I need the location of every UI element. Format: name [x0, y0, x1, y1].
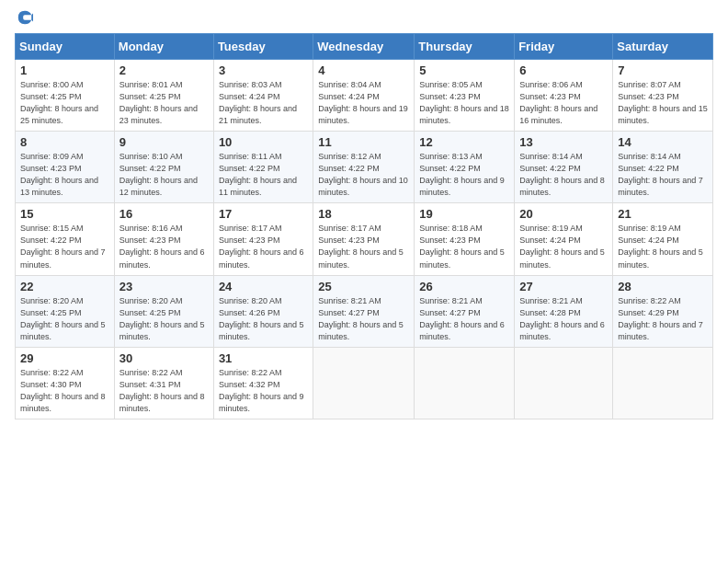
col-header-thursday: Thursday [415, 34, 515, 60]
day-cell: 18 Sunrise: 8:17 AMSunset: 4:23 PMDaylig… [313, 203, 415, 275]
day-number: 22 [20, 280, 109, 293]
day-cell: 5 Sunrise: 8:05 AMSunset: 4:23 PMDayligh… [415, 60, 515, 132]
day-cell: 23 Sunrise: 8:20 AMSunset: 4:25 PMDaylig… [114, 275, 213, 347]
day-number: 27 [519, 280, 608, 293]
week-row-5: 29 Sunrise: 8:22 AMSunset: 4:30 PMDaylig… [16, 347, 713, 419]
page-header [15, 9, 713, 26]
day-cell: 31 Sunrise: 8:22 AMSunset: 4:32 PMDaylig… [213, 347, 313, 419]
day-number: 5 [419, 63, 509, 77]
day-detail: Sunrise: 8:12 AMSunset: 4:22 PMDaylight:… [318, 152, 408, 197]
day-number: 28 [618, 280, 708, 293]
day-detail: Sunrise: 8:11 AMSunset: 4:22 PMDaylight:… [219, 152, 297, 197]
week-row-4: 22 Sunrise: 8:20 AMSunset: 4:25 PMDaylig… [16, 275, 713, 347]
day-number: 19 [419, 207, 509, 221]
logo [15, 9, 35, 26]
day-number: 10 [219, 135, 308, 149]
day-cell: 9 Sunrise: 8:10 AMSunset: 4:22 PMDayligh… [114, 132, 213, 203]
day-cell: 11 Sunrise: 8:12 AMSunset: 4:22 PMDaylig… [313, 132, 415, 203]
col-header-friday: Friday [515, 34, 613, 60]
day-cell: 16 Sunrise: 8:16 AMSunset: 4:23 PMDaylig… [114, 203, 213, 275]
col-header-saturday: Saturday [613, 34, 713, 60]
day-detail: Sunrise: 8:17 AMSunset: 4:23 PMDaylight:… [318, 224, 404, 269]
day-number: 16 [119, 207, 209, 221]
day-cell: 27 Sunrise: 8:21 AMSunset: 4:28 PMDaylig… [515, 275, 613, 347]
day-cell: 28 Sunrise: 8:22 AMSunset: 4:29 PMDaylig… [613, 275, 713, 347]
day-cell: 25 Sunrise: 8:21 AMSunset: 4:27 PMDaylig… [313, 275, 415, 347]
day-detail: Sunrise: 8:15 AMSunset: 4:22 PMDaylight:… [20, 224, 106, 269]
day-number: 3 [219, 63, 308, 77]
day-detail: Sunrise: 8:21 AMSunset: 4:27 PMDaylight:… [318, 296, 404, 341]
day-detail: Sunrise: 8:14 AMSunset: 4:22 PMDaylight:… [618, 152, 703, 197]
day-detail: Sunrise: 8:17 AMSunset: 4:23 PMDaylight:… [219, 224, 304, 269]
day-cell: 6 Sunrise: 8:06 AMSunset: 4:23 PMDayligh… [515, 60, 613, 132]
day-detail: Sunrise: 8:22 AMSunset: 4:31 PMDaylight:… [119, 368, 205, 413]
day-detail: Sunrise: 8:04 AMSunset: 4:24 PMDaylight:… [318, 80, 408, 125]
day-detail: Sunrise: 8:19 AMSunset: 4:24 PMDaylight:… [519, 224, 605, 269]
day-cell [313, 347, 415, 419]
day-cell: 2 Sunrise: 8:01 AMSunset: 4:25 PMDayligh… [114, 60, 213, 132]
day-cell: 1 Sunrise: 8:00 AMSunset: 4:25 PMDayligh… [16, 60, 115, 132]
day-number: 26 [419, 280, 509, 293]
day-number: 1 [20, 63, 109, 77]
day-cell [415, 347, 515, 419]
col-header-tuesday: Tuesday [213, 34, 313, 60]
day-cell: 14 Sunrise: 8:14 AMSunset: 4:22 PMDaylig… [613, 132, 713, 203]
week-row-1: 1 Sunrise: 8:00 AMSunset: 4:25 PMDayligh… [16, 60, 713, 132]
day-detail: Sunrise: 8:20 AMSunset: 4:26 PMDaylight:… [219, 296, 304, 341]
day-number: 21 [618, 207, 708, 221]
calendar-page: SundayMondayTuesdayWednesdayThursdayFrid… [0, 0, 728, 563]
day-number: 25 [318, 280, 409, 293]
week-row-3: 15 Sunrise: 8:15 AMSunset: 4:22 PMDaylig… [16, 203, 713, 275]
day-detail: Sunrise: 8:21 AMSunset: 4:28 PMDaylight:… [519, 296, 605, 341]
day-cell: 7 Sunrise: 8:07 AMSunset: 4:23 PMDayligh… [613, 60, 713, 132]
logo-icon [17, 9, 33, 26]
day-cell: 30 Sunrise: 8:22 AMSunset: 4:31 PMDaylig… [114, 347, 213, 419]
day-cell: 24 Sunrise: 8:20 AMSunset: 4:26 PMDaylig… [213, 275, 313, 347]
day-detail: Sunrise: 8:00 AMSunset: 4:25 PMDaylight:… [20, 80, 98, 125]
calendar-table: SundayMondayTuesdayWednesdayThursdayFrid… [15, 33, 713, 419]
day-number: 20 [519, 207, 608, 221]
day-number: 17 [219, 207, 308, 221]
col-header-monday: Monday [114, 34, 213, 60]
day-number: 15 [20, 207, 109, 221]
day-cell: 20 Sunrise: 8:19 AMSunset: 4:24 PMDaylig… [515, 203, 613, 275]
day-number: 7 [618, 63, 708, 77]
day-cell: 3 Sunrise: 8:03 AMSunset: 4:24 PMDayligh… [213, 60, 313, 132]
day-cell: 26 Sunrise: 8:21 AMSunset: 4:27 PMDaylig… [415, 275, 515, 347]
day-cell: 12 Sunrise: 8:13 AMSunset: 4:22 PMDaylig… [415, 132, 515, 203]
day-number: 2 [119, 63, 209, 77]
day-detail: Sunrise: 8:07 AMSunset: 4:23 PMDaylight:… [618, 80, 708, 125]
day-detail: Sunrise: 8:13 AMSunset: 4:22 PMDaylight:… [419, 152, 505, 197]
day-number: 18 [318, 207, 409, 221]
day-detail: Sunrise: 8:22 AMSunset: 4:32 PMDaylight:… [219, 368, 304, 413]
day-cell: 21 Sunrise: 8:19 AMSunset: 4:24 PMDaylig… [613, 203, 713, 275]
col-header-wednesday: Wednesday [313, 34, 415, 60]
day-cell: 15 Sunrise: 8:15 AMSunset: 4:22 PMDaylig… [16, 203, 115, 275]
day-number: 4 [318, 63, 409, 77]
day-detail: Sunrise: 8:14 AMSunset: 4:22 PMDaylight:… [519, 152, 605, 197]
day-detail: Sunrise: 8:06 AMSunset: 4:23 PMDaylight:… [519, 80, 597, 125]
day-detail: Sunrise: 8:22 AMSunset: 4:30 PMDaylight:… [20, 368, 106, 413]
day-detail: Sunrise: 8:03 AMSunset: 4:24 PMDaylight:… [219, 80, 297, 125]
day-number: 24 [219, 280, 308, 293]
week-row-2: 8 Sunrise: 8:09 AMSunset: 4:23 PMDayligh… [16, 132, 713, 203]
day-number: 31 [219, 351, 308, 365]
header-row: SundayMondayTuesdayWednesdayThursdayFrid… [16, 34, 713, 60]
day-detail: Sunrise: 8:20 AMSunset: 4:25 PMDaylight:… [119, 296, 205, 341]
day-detail: Sunrise: 8:21 AMSunset: 4:27 PMDaylight:… [419, 296, 505, 341]
day-cell: 13 Sunrise: 8:14 AMSunset: 4:22 PMDaylig… [515, 132, 613, 203]
day-cell: 8 Sunrise: 8:09 AMSunset: 4:23 PMDayligh… [16, 132, 115, 203]
day-number: 14 [618, 135, 708, 149]
day-detail: Sunrise: 8:16 AMSunset: 4:23 PMDaylight:… [119, 224, 205, 269]
day-detail: Sunrise: 8:22 AMSunset: 4:29 PMDaylight:… [618, 296, 703, 341]
day-cell: 17 Sunrise: 8:17 AMSunset: 4:23 PMDaylig… [213, 203, 313, 275]
day-detail: Sunrise: 8:20 AMSunset: 4:25 PMDaylight:… [20, 296, 106, 341]
day-number: 29 [20, 351, 109, 365]
day-detail: Sunrise: 8:01 AMSunset: 4:25 PMDaylight:… [119, 80, 198, 125]
day-cell: 29 Sunrise: 8:22 AMSunset: 4:30 PMDaylig… [16, 347, 115, 419]
day-number: 23 [119, 280, 209, 293]
col-header-sunday: Sunday [16, 34, 115, 60]
day-detail: Sunrise: 8:09 AMSunset: 4:23 PMDaylight:… [20, 152, 98, 197]
day-number: 13 [519, 135, 608, 149]
day-number: 11 [318, 135, 409, 149]
